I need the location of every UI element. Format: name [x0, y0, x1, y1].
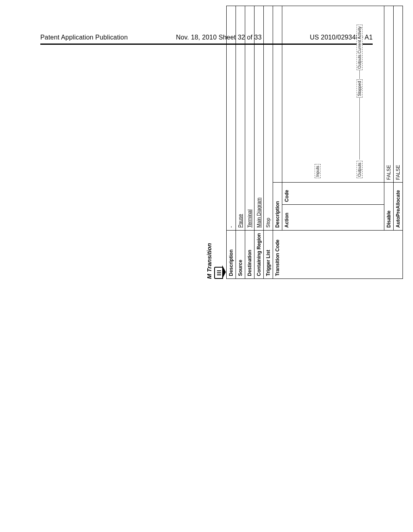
transition-code-table: Description Action Code Inputs Outputs [273, 6, 403, 230]
row-source-label: Source [236, 231, 245, 279]
header-left: Patent Application Publication [40, 34, 128, 41]
tc-action-label: Action [282, 205, 384, 230]
row-tc-label: Transition Code [273, 231, 403, 279]
node-stopped[interactable]: Stopped [357, 79, 363, 98]
node-inputs[interactable]: Inputs [315, 164, 321, 178]
code-canvas: Inputs Outputs Stopped Outputs.Current A… [284, 8, 382, 180]
tc-autopre-value: FALSE [394, 6, 403, 183]
row-destination-label: Destination [245, 231, 254, 279]
transition-icon [214, 267, 223, 279]
node-outputs[interactable]: Outputs [357, 161, 363, 178]
tc-disable-label: Disable [384, 183, 394, 230]
tc-desc-label: Description [273, 183, 282, 230]
tc-autopre-label: AutoPreAllocate [394, 183, 403, 230]
row-trigger-value: Stop [264, 6, 273, 231]
panel-title: M Transition [206, 243, 213, 279]
row-source-value[interactable]: Pause [238, 214, 243, 228]
tc-desc-value [273, 6, 282, 183]
row-trigger-label: Trigger List [264, 231, 273, 279]
row-region-label: Containing Region [254, 231, 264, 279]
properties-table: Description - Source Pause Destination T… [226, 6, 403, 279]
tc-disable-value: FALSE [384, 6, 394, 183]
row-description-value: - [227, 6, 236, 231]
row-destination-value[interactable]: Terminal [247, 210, 252, 228]
figure-body: M Transition Description - Source Pause … [206, 6, 413, 279]
tc-code-label: Code [282, 183, 384, 205]
row-description-label: Description [227, 231, 236, 279]
row-region-value[interactable]: Main Diagram [256, 197, 262, 228]
node-current-activity[interactable]: Outputs.Current Activity [357, 25, 363, 70]
